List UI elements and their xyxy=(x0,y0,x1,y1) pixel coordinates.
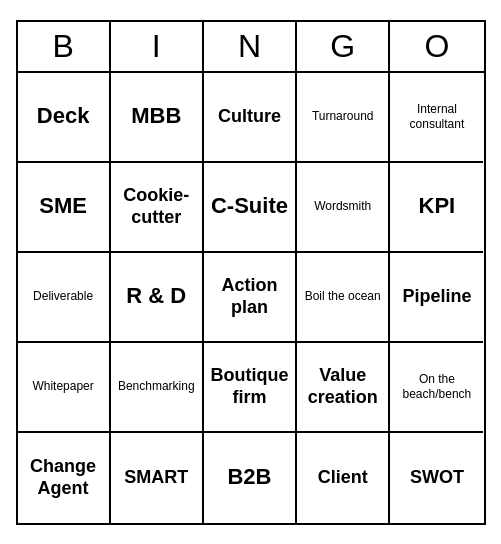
bingo-cell: Action plan xyxy=(204,253,297,343)
bingo-cell: Change Agent xyxy=(18,433,111,523)
bingo-cell: SME xyxy=(18,163,111,253)
bingo-cell: SWOT xyxy=(390,433,483,523)
bingo-cell: Pipeline xyxy=(390,253,483,343)
bingo-cell: B2B xyxy=(204,433,297,523)
header-letter: O xyxy=(390,22,483,71)
bingo-cell: Turnaround xyxy=(297,73,390,163)
bingo-cell: C-Suite xyxy=(204,163,297,253)
bingo-card: BINGO DeckMBBCultureTurnaroundInternal c… xyxy=(16,20,486,525)
bingo-cell: R & D xyxy=(111,253,204,343)
bingo-cell: On the beach/bench xyxy=(390,343,483,433)
bingo-cell: KPI xyxy=(390,163,483,253)
bingo-cell: MBB xyxy=(111,73,204,163)
bingo-cell: Deliverable xyxy=(18,253,111,343)
bingo-grid: DeckMBBCultureTurnaroundInternal consult… xyxy=(18,73,484,523)
bingo-cell: Wordsmith xyxy=(297,163,390,253)
bingo-cell: Value creation xyxy=(297,343,390,433)
bingo-cell: Cookie-cutter xyxy=(111,163,204,253)
bingo-cell: Deck xyxy=(18,73,111,163)
bingo-cell: Boutique firm xyxy=(204,343,297,433)
header-letter: G xyxy=(297,22,390,71)
header-letter: N xyxy=(204,22,297,71)
bingo-cell: Culture xyxy=(204,73,297,163)
bingo-cell: SMART xyxy=(111,433,204,523)
bingo-cell: Internal consultant xyxy=(390,73,483,163)
bingo-cell: Whitepaper xyxy=(18,343,111,433)
bingo-cell: Benchmarking xyxy=(111,343,204,433)
bingo-header: BINGO xyxy=(18,22,484,73)
bingo-cell: Client xyxy=(297,433,390,523)
header-letter: I xyxy=(111,22,204,71)
bingo-cell: Boil the ocean xyxy=(297,253,390,343)
header-letter: B xyxy=(18,22,111,71)
